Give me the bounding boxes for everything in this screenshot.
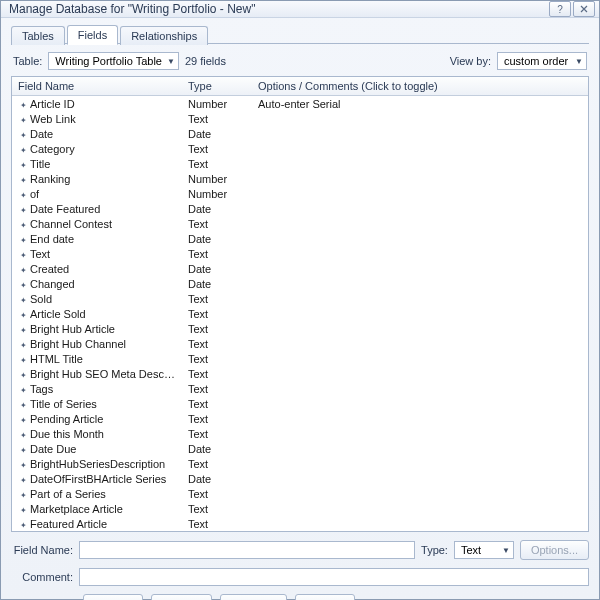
- client-area: Tables Fields Relationships Table: Writi…: [1, 18, 599, 600]
- table-row[interactable]: ✦Bright Hub ArticleText: [12, 321, 588, 336]
- field-name-cell: ✦Channel Contest: [12, 218, 182, 230]
- grid-body[interactable]: ✦Article IDNumberAuto-enter Serial✦Web L…: [12, 96, 588, 531]
- comment-input[interactable]: [79, 568, 589, 586]
- field-name-cell: ✦Date: [12, 128, 182, 140]
- column-header-type[interactable]: Type: [182, 77, 252, 95]
- tab-tables[interactable]: Tables: [11, 26, 65, 45]
- field-name-text: Due this Month: [30, 428, 104, 440]
- field-name-cell: ✦BrightHubSeriesDescription: [12, 458, 182, 470]
- field-name-cell: ✦Text: [12, 248, 182, 260]
- field-type-cell: Text: [182, 353, 252, 365]
- table-row[interactable]: ✦Featured ArticleText: [12, 516, 588, 531]
- type-dropdown[interactable]: Text ▼: [454, 541, 514, 559]
- tab-bar: Tables Fields Relationships: [11, 24, 589, 44]
- field-name-text: Article Sold: [30, 308, 86, 320]
- field-name-text: Ranking: [30, 173, 70, 185]
- table-row[interactable]: ✦End dateDate: [12, 231, 588, 246]
- field-name-text: HTML Title: [30, 353, 83, 365]
- field-name-cell: ✦DateOfFirstBHArticle Series: [12, 473, 182, 485]
- bullet-icon: ✦: [18, 386, 28, 395]
- table-row[interactable]: ✦Bright Hub SEO Meta DescriptionText: [12, 366, 588, 381]
- close-button[interactable]: [573, 1, 595, 17]
- table-row[interactable]: ✦ofNumber: [12, 186, 588, 201]
- fieldname-row: Field Name: Type: Text ▼ Options...: [11, 540, 589, 560]
- table-row[interactable]: ✦CategoryText: [12, 141, 588, 156]
- field-type-cell: Text: [182, 458, 252, 470]
- field-type-cell: Text: [182, 368, 252, 380]
- fieldname-label: Field Name:: [11, 544, 73, 556]
- bullet-icon: ✦: [18, 371, 28, 380]
- table-row[interactable]: ✦Article IDNumberAuto-enter Serial: [12, 96, 588, 111]
- dialog-window: Manage Database for "Writing Portfolio -…: [0, 0, 600, 600]
- field-type-cell: Text: [182, 218, 252, 230]
- bullet-icon: ✦: [18, 356, 28, 365]
- field-count: 29 fields: [185, 55, 226, 67]
- tab-fields[interactable]: Fields: [67, 25, 118, 45]
- table-row[interactable]: ✦Pending ArticleText: [12, 411, 588, 426]
- table-row[interactable]: ✦TitleText: [12, 156, 588, 171]
- table-row[interactable]: ✦Marketplace ArticleText: [12, 501, 588, 516]
- table-row[interactable]: ✦Date FeaturedDate: [12, 201, 588, 216]
- field-type-cell: Text: [182, 323, 252, 335]
- field-name-cell: ✦Article Sold: [12, 308, 182, 320]
- options-button[interactable]: Options...: [520, 540, 589, 560]
- table-row[interactable]: ✦TagsText: [12, 381, 588, 396]
- table-row[interactable]: ✦Part of a SeriesText: [12, 486, 588, 501]
- field-name-text: of: [30, 188, 39, 200]
- table-row[interactable]: ✦Title of SeriesText: [12, 396, 588, 411]
- table-row[interactable]: ✦DateOfFirstBHArticle SeriesDate: [12, 471, 588, 486]
- create-button[interactable]: Create: [83, 594, 143, 600]
- bullet-icon: ✦: [18, 446, 28, 455]
- viewby-dropdown[interactable]: custom order ▼: [497, 52, 587, 70]
- table-row[interactable]: ✦TextText: [12, 246, 588, 261]
- close-icon: [580, 5, 588, 13]
- table-row[interactable]: ✦Channel ContestText: [12, 216, 588, 231]
- field-name-cell: ✦Category: [12, 143, 182, 155]
- bullet-icon: ✦: [18, 416, 28, 425]
- field-type-cell: Text: [182, 338, 252, 350]
- change-button[interactable]: Change: [151, 594, 212, 600]
- bullet-icon: ✦: [18, 131, 28, 140]
- table-row[interactable]: ✦BrightHubSeriesDescriptionText: [12, 456, 588, 471]
- duplicate-button[interactable]: Duplicate: [220, 594, 288, 600]
- bullet-icon: ✦: [18, 191, 28, 200]
- delete-button[interactable]: Delete: [295, 594, 355, 600]
- field-name-cell: ✦End date: [12, 233, 182, 245]
- field-name-cell: ✦Web Link: [12, 113, 182, 125]
- fieldname-input[interactable]: [79, 541, 415, 559]
- table-dropdown-value: Writing Portfolio Table: [55, 55, 162, 67]
- field-name-text: Date: [30, 128, 53, 140]
- field-type-cell: Date: [182, 443, 252, 455]
- field-name-text: Bright Hub Channel: [30, 338, 126, 350]
- table-row[interactable]: ✦Web LinkText: [12, 111, 588, 126]
- field-name-cell: ✦Date Due: [12, 443, 182, 455]
- field-name-cell: ✦Due this Month: [12, 428, 182, 440]
- column-header-name[interactable]: Field Name: [12, 77, 182, 95]
- help-button[interactable]: ?: [549, 1, 571, 17]
- field-type-cell: Date: [182, 263, 252, 275]
- type-label: Type:: [421, 544, 448, 556]
- field-name-cell: ✦HTML Title: [12, 353, 182, 365]
- table-row[interactable]: ✦CreatedDate: [12, 261, 588, 276]
- table-label: Table:: [13, 55, 42, 67]
- table-row[interactable]: ✦Article SoldText: [12, 306, 588, 321]
- bullet-icon: ✦: [18, 221, 28, 230]
- field-name-cell: ✦Featured Article: [12, 518, 182, 530]
- bullet-icon: ✦: [18, 506, 28, 515]
- tab-relationships[interactable]: Relationships: [120, 26, 208, 45]
- field-name-text: Date Due: [30, 443, 76, 455]
- field-name-text: Title of Series: [30, 398, 97, 410]
- table-row[interactable]: ✦Date DueDate: [12, 441, 588, 456]
- viewby-dropdown-value: custom order: [504, 55, 568, 67]
- table-row[interactable]: ✦ChangedDate: [12, 276, 588, 291]
- table-row[interactable]: ✦Bright Hub ChannelText: [12, 336, 588, 351]
- table-row[interactable]: ✦Due this MonthText: [12, 426, 588, 441]
- table-row[interactable]: ✦SoldText: [12, 291, 588, 306]
- field-type-cell: Text: [182, 518, 252, 530]
- table-row[interactable]: ✦HTML TitleText: [12, 351, 588, 366]
- field-type-cell: Text: [182, 503, 252, 515]
- table-row[interactable]: ✦DateDate: [12, 126, 588, 141]
- table-dropdown[interactable]: Writing Portfolio Table ▼: [48, 52, 179, 70]
- table-row[interactable]: ✦RankingNumber: [12, 171, 588, 186]
- column-header-options[interactable]: Options / Comments (Click to toggle): [252, 77, 588, 95]
